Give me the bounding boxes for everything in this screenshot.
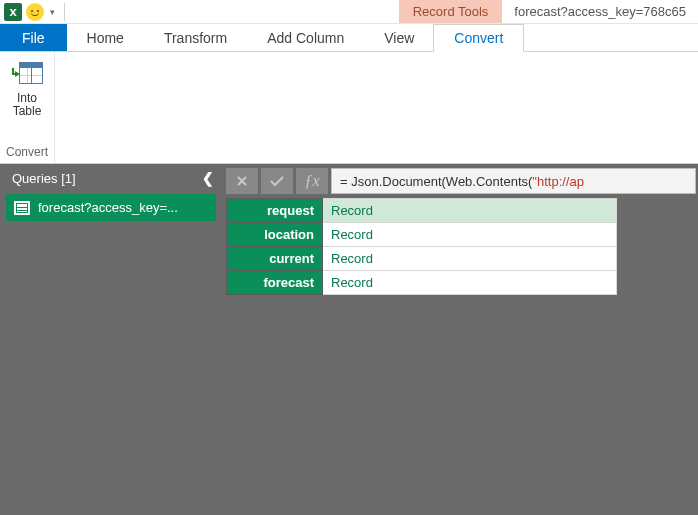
confirm-formula-button[interactable] — [261, 168, 293, 194]
ribbon-group-label-convert: Convert — [6, 143, 48, 161]
quick-access-toolbar: x ▾ — [0, 0, 68, 23]
window-title: forecast?access_key=768c65 — [502, 0, 698, 23]
tab-view[interactable]: View — [364, 24, 434, 51]
tab-file[interactable]: File — [0, 24, 67, 51]
cancel-formula-button[interactable] — [226, 168, 258, 194]
into-table-button[interactable]: IntoTable — [7, 56, 47, 120]
excel-icon: x — [4, 3, 22, 21]
record-row[interactable]: locationRecord — [227, 223, 617, 247]
fx-icon[interactable]: ƒx — [296, 168, 328, 194]
ribbon: IntoTable Convert — [0, 52, 698, 164]
query-item[interactable]: forecast?access_key=... — [6, 194, 216, 221]
record-field-name: request — [227, 199, 323, 223]
query-item-label: forecast?access_key=... — [38, 200, 178, 215]
qat-dropdown-icon[interactable]: ▾ — [48, 7, 57, 17]
ribbon-group-convert: IntoTable Convert — [0, 52, 55, 163]
formula-input[interactable]: = Json.Document(Web.Contents("http://ap — [331, 168, 696, 194]
record-field-value[interactable]: Record — [323, 271, 617, 295]
queries-pane: Queries [1] ❮ forecast?access_key=... — [0, 164, 222, 515]
title-bar: x ▾ Record Tools forecast?access_key=768… — [0, 0, 698, 24]
record-field-value[interactable]: Record — [323, 199, 617, 223]
smiley-face-icon[interactable] — [26, 3, 44, 21]
record-row[interactable]: forecastRecord — [227, 271, 617, 295]
queries-pane-header: Queries [1] ❮ — [0, 164, 222, 194]
editor-area: ƒx = Json.Document(Web.Contents("http://… — [222, 164, 698, 515]
record-row[interactable]: requestRecord — [227, 199, 617, 223]
formula-bar: ƒx = Json.Document(Web.Contents("http://… — [222, 164, 698, 198]
into-table-label: IntoTable — [13, 92, 42, 118]
record-grid: requestRecordlocationRecordcurrentRecord… — [226, 198, 617, 295]
tab-add-column[interactable]: Add Column — [247, 24, 364, 51]
record-grid-wrap: requestRecordlocationRecordcurrentRecord… — [222, 198, 698, 295]
record-row[interactable]: currentRecord — [227, 247, 617, 271]
record-field-name: forecast — [227, 271, 323, 295]
tab-convert[interactable]: Convert — [433, 24, 524, 52]
collapse-pane-icon[interactable]: ❮ — [202, 170, 214, 186]
record-field-value[interactable]: Record — [323, 223, 617, 247]
record-field-name: current — [227, 247, 323, 271]
queries-pane-title: Queries [1] — [12, 171, 76, 186]
record-field-name: location — [227, 223, 323, 247]
content-area: Queries [1] ❮ forecast?access_key=... ƒx… — [0, 164, 698, 515]
record-field-value[interactable]: Record — [323, 247, 617, 271]
ribbon-tab-row: File Home Transform Add Column View Conv… — [0, 24, 698, 52]
table-icon — [14, 201, 30, 215]
contextual-tab-record-tools[interactable]: Record Tools — [399, 0, 503, 23]
into-table-icon — [11, 58, 43, 90]
qat-separator — [64, 3, 65, 21]
tab-transform[interactable]: Transform — [144, 24, 247, 51]
tab-home[interactable]: Home — [67, 24, 144, 51]
